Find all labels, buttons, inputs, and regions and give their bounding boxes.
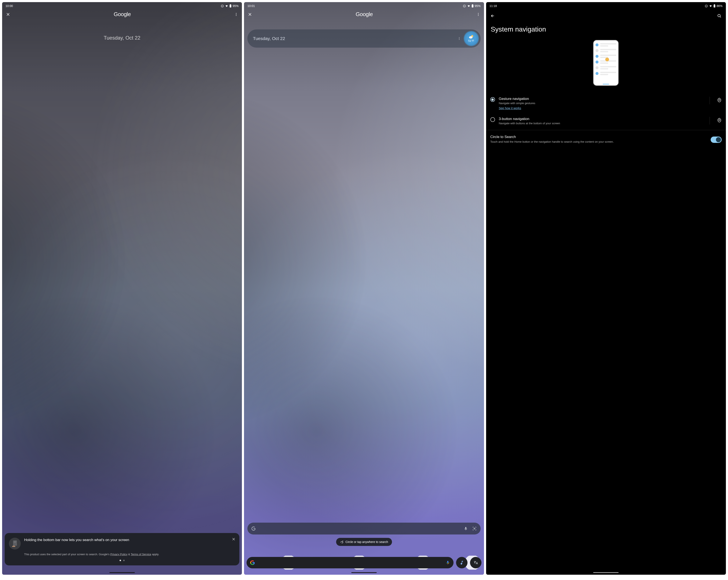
mic-colored-icon[interactable] (445, 560, 450, 565)
page-dot-2 (123, 560, 125, 561)
gesture-handle[interactable] (351, 572, 377, 573)
onboarding-tooltip: Holding the bottom bar now lets you sear… (5, 533, 239, 565)
status-bar: 11:18 86% (486, 2, 726, 9)
back-icon[interactable] (490, 14, 495, 18)
circle-to-search-prompt: Circle or tap anywhere to search (336, 538, 392, 546)
option-title: Gesture navigation (499, 97, 702, 101)
wifi-icon (709, 4, 712, 7)
screenshot-3: 11:18 86% System navigation (486, 2, 726, 575)
status-clock: 10:01 (248, 4, 255, 8)
main-search-pill[interactable] (246, 557, 453, 569)
weather-chip[interactable]: 51°F (464, 31, 478, 46)
tooltip-title: Holding the bottom bar now lets you sear… (24, 538, 135, 550)
svg-rect-17 (472, 4, 473, 5)
dnd-icon (463, 4, 466, 8)
option-gesture-navigation[interactable]: Gesture navigation Navigate with simple … (486, 93, 726, 114)
mic-icon[interactable] (464, 526, 468, 531)
battery-percent: 95% (233, 4, 238, 8)
divider (709, 97, 710, 104)
glance-date: Tuesday, Oct 22 (2, 21, 242, 43)
option-3-button-navigation[interactable]: 3-button navigation Navigate with button… (486, 114, 726, 128)
svg-point-20 (478, 13, 478, 14)
svg-rect-2 (230, 5, 231, 8)
tooltip-close-icon[interactable] (232, 537, 236, 541)
dnd-icon (221, 4, 224, 8)
weather-icon (469, 35, 474, 39)
more-icon[interactable] (234, 12, 238, 16)
option-subtitle: Navigate with buttons at the bottom of y… (499, 122, 702, 125)
svg-rect-34 (714, 4, 715, 5)
gesture-illustration (593, 40, 619, 86)
google-g-colored-icon (250, 560, 255, 565)
battery-icon (229, 4, 232, 8)
tooltip-illustration-icon (9, 538, 21, 550)
search-action-row (246, 557, 481, 569)
svg-line-36 (720, 17, 721, 17)
more-icon[interactable] (476, 12, 480, 16)
gear-icon[interactable] (717, 98, 722, 102)
battery-icon (471, 4, 474, 8)
close-icon[interactable] (248, 12, 252, 17)
page-dot-1 (120, 560, 121, 561)
dnd-icon (705, 4, 708, 8)
svg-point-27 (469, 36, 473, 39)
privacy-link[interactable]: Privacy Policy (110, 553, 127, 556)
setting-subtitle: Touch and hold the Home button or the na… (490, 140, 706, 144)
svg-point-24 (459, 38, 460, 39)
status-clock: 10:00 (5, 4, 13, 8)
svg-point-38 (719, 119, 720, 121)
radio-3button[interactable] (490, 117, 495, 122)
status-bar: 10:00 95% (2, 2, 242, 9)
translate-button[interactable] (470, 557, 482, 569)
glance-more-icon[interactable] (456, 37, 462, 40)
svg-point-25 (459, 39, 460, 40)
title-logo: Google (356, 11, 373, 18)
search-icon[interactable] (717, 14, 722, 18)
gesture-handle[interactable] (109, 572, 135, 573)
search-bar[interactable] (248, 523, 480, 534)
wifi-icon (467, 4, 470, 7)
see-how-link[interactable]: See how it works (499, 106, 521, 110)
circle-to-search-setting[interactable]: Circle to Search Touch and hold the Home… (486, 132, 726, 147)
svg-rect-3 (230, 4, 231, 5)
wifi-icon (225, 4, 228, 7)
svg-point-6 (236, 13, 237, 14)
svg-rect-28 (465, 527, 466, 529)
battery-percent: 95% (475, 4, 480, 8)
setting-title: Circle to Search (490, 135, 706, 139)
screenshot-2: 10:01 95% Google Tuesday, Oct 22 51°F (244, 2, 484, 575)
page-title: System navigation (486, 20, 726, 40)
title-logo: Google (114, 11, 131, 18)
svg-point-21 (478, 14, 478, 15)
svg-rect-9 (13, 540, 17, 546)
page-indicator (9, 560, 235, 561)
google-g-icon (251, 526, 256, 531)
svg-point-7 (236, 14, 237, 15)
tos-link[interactable]: Terms of Service (131, 553, 151, 556)
music-search-button[interactable] (456, 557, 467, 569)
gesture-handle[interactable] (593, 572, 619, 573)
glance-date: Tuesday, Oct 22 (253, 36, 456, 41)
svg-point-22 (478, 15, 478, 16)
option-title: 3-button navigation (499, 117, 702, 121)
svg-rect-30 (447, 561, 448, 563)
svg-rect-33 (713, 5, 715, 8)
weather-temp: 51°F (468, 39, 474, 42)
svg-point-8 (236, 15, 237, 16)
svg-point-23 (459, 37, 460, 38)
svg-point-35 (718, 15, 720, 17)
screenshot-1: 10:00 95% Google Tue (2, 2, 242, 575)
option-subtitle: Navigate with simple gestures (499, 102, 702, 105)
glance-widget[interactable]: Tuesday, Oct 22 51°F (248, 29, 480, 48)
battery-percent: 86% (717, 4, 723, 8)
radio-gesture[interactable] (490, 97, 495, 102)
divider (709, 117, 710, 124)
prompt-text: Circle or tap anywhere to search (345, 540, 388, 544)
lens-icon[interactable] (472, 526, 477, 531)
svg-rect-16 (472, 5, 473, 8)
gear-icon[interactable] (717, 118, 722, 122)
battery-icon (713, 4, 716, 8)
close-icon[interactable] (6, 12, 10, 17)
sparkle-scribble-icon (340, 540, 344, 544)
circle-to-search-toggle[interactable] (711, 136, 722, 143)
